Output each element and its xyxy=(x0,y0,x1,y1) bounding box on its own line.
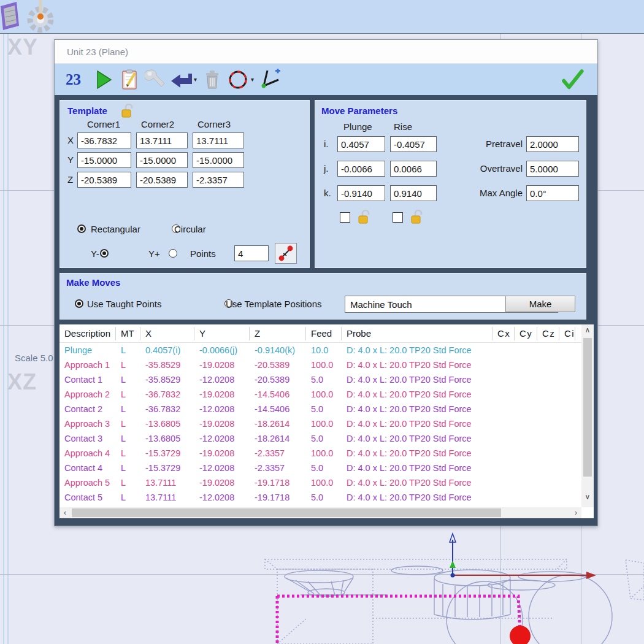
column-header-cx[interactable]: Cx xyxy=(493,327,515,340)
table-cell: Approach 1 xyxy=(59,360,116,370)
table-row-contact-3[interactable]: Contact 3L-13.6805-12.0208-18.26145.0D: … xyxy=(59,431,594,446)
vertical-scrollbar[interactable]: ∧ ∨ xyxy=(581,324,594,507)
rectangular-radio[interactable] xyxy=(77,224,86,233)
corner1-x-field[interactable] xyxy=(77,132,131,148)
dialog-toolbar: 23 ▾ xyxy=(55,64,597,95)
horizontal-scroll-thumb[interactable] xyxy=(72,508,501,517)
table-cell: D: 4.0 x L: 20.0 TP20 Std Force xyxy=(342,448,493,458)
corner1-y-field[interactable] xyxy=(77,152,131,168)
circle-feature-dropdown-caret[interactable]: ▾ xyxy=(251,76,254,83)
y-minus-radio[interactable] xyxy=(100,249,109,258)
table-row-plunge[interactable]: PlungeL0.4057(i)-0.0066(j)-0.9140(k)10.0… xyxy=(59,343,594,358)
table-cell: 13.7111 xyxy=(140,478,194,488)
delete-icon[interactable] xyxy=(201,68,224,91)
k-rise-field[interactable] xyxy=(390,185,437,201)
table-cell: -35.8529 xyxy=(140,360,194,370)
corner2-z-field[interactable] xyxy=(136,172,188,188)
table-cell: Approach 5 xyxy=(59,478,116,488)
j-plunge-field[interactable] xyxy=(337,161,385,177)
i-plunge-field[interactable] xyxy=(337,136,385,152)
vertical-scroll-thumb[interactable] xyxy=(583,338,592,477)
corner1-z-field[interactable] xyxy=(77,172,131,188)
table-cell: -0.9140(k) xyxy=(250,345,306,355)
k-label: k. xyxy=(324,188,331,198)
wrench-icon[interactable] xyxy=(144,68,167,91)
table-cell: D: 4.0 x L: 20.0 TP20 Std Force xyxy=(342,478,493,488)
corner2-y-field[interactable] xyxy=(136,152,188,168)
j-rise-field[interactable] xyxy=(390,161,437,177)
point-pattern-button[interactable] xyxy=(275,243,297,264)
corner3-x-field[interactable] xyxy=(193,132,244,148)
y-minus-radio-label[interactable]: Y- xyxy=(91,248,99,259)
table-header: DescriptionMTXYZFeedProbeCxCyCzCi xyxy=(59,324,594,343)
overtravel-field[interactable] xyxy=(526,161,579,177)
scroll-down-button[interactable]: ∨ xyxy=(581,491,594,502)
make-button[interactable]: Make xyxy=(505,296,575,312)
notes-icon[interactable] xyxy=(118,68,141,91)
table-row-approach-1[interactable]: Approach 1L-35.8529-19.0208-20.5389100.0… xyxy=(59,358,594,372)
column-header-probe[interactable]: Probe xyxy=(342,327,493,340)
template-lock-icon[interactable] xyxy=(120,104,134,118)
plunge-lock-icon[interactable] xyxy=(357,210,370,224)
table-row-approach-5[interactable]: Approach 5L13.7111-19.0208-19.1718100.0D… xyxy=(59,475,594,490)
i-rise-field[interactable] xyxy=(390,136,437,152)
use-taught-points-radio[interactable] xyxy=(75,299,83,308)
rectangular-radio-label[interactable]: Rectangular xyxy=(91,224,140,234)
use-template-positions-label[interactable]: Use Template Positions xyxy=(226,299,321,309)
corner3-y-field[interactable] xyxy=(193,152,244,168)
circular-radio-label[interactable]: Circular xyxy=(174,224,206,234)
table-row-contact-2[interactable]: Contact 2L-36.7832-12.0208-14.54065.0D: … xyxy=(59,402,594,416)
circle-feature-icon[interactable] xyxy=(226,68,250,91)
dialog-titlebar[interactable]: Unit 23 (Plane) xyxy=(55,40,597,64)
points-field[interactable] xyxy=(234,245,269,261)
corner2-x-field[interactable] xyxy=(136,132,188,148)
plunge-lock-checkbox[interactable] xyxy=(340,212,350,223)
pretravel-field[interactable] xyxy=(526,136,579,152)
scroll-up-button[interactable]: ∧ xyxy=(581,324,594,335)
column-header-mt[interactable]: MT xyxy=(116,327,140,340)
table-row-contact-5[interactable]: Contact 5L13.7111-12.0208-19.17185.0D: 4… xyxy=(59,490,594,505)
table-cell: Plunge xyxy=(59,345,116,355)
scroll-left-button[interactable]: ‹ xyxy=(59,507,71,518)
y-plus-radio[interactable] xyxy=(169,249,177,258)
y-plus-radio-label[interactable]: Y+ xyxy=(148,248,160,259)
rise-lock-icon[interactable] xyxy=(410,210,423,224)
corner3-z-field[interactable] xyxy=(193,172,244,188)
confirm-check-icon[interactable] xyxy=(561,68,584,91)
table-row-contact-4[interactable]: Contact 4L-15.3729-12.0208-2.33575.0D: 4… xyxy=(59,461,594,475)
use-taught-points-label[interactable]: Use Taught Points xyxy=(87,299,161,309)
table-row-approach-2[interactable]: Approach 2L-36.7832-19.0208-14.5406100.0… xyxy=(59,387,594,402)
table-row-contact-1[interactable]: Contact 1L-35.8529-12.0208-20.53895.0D: … xyxy=(59,372,594,387)
scale-label: Scale 5.0 xyxy=(15,353,53,363)
rise-lock-checkbox[interactable] xyxy=(393,212,403,223)
machine-part-icon[interactable] xyxy=(0,1,20,31)
column-header-ci[interactable]: Ci xyxy=(559,327,575,340)
run-icon[interactable] xyxy=(92,68,115,91)
probe-tip-ball xyxy=(510,626,531,644)
corner2-header: Corner2 xyxy=(141,119,174,129)
grid-line-vertical xyxy=(7,34,9,644)
scroll-right-button[interactable]: › xyxy=(570,507,581,518)
table-row-approach-3[interactable]: Approach 3L-13.6805-19.0208-18.2614100.0… xyxy=(59,416,594,431)
max-angle-field[interactable] xyxy=(526,185,579,201)
k-plunge-field[interactable] xyxy=(337,185,385,201)
column-header-feed[interactable]: Feed xyxy=(306,327,342,340)
return-move-dropdown-caret[interactable]: ▾ xyxy=(194,76,197,83)
return-move-icon[interactable] xyxy=(169,68,193,91)
table-cell: -18.2614 xyxy=(250,434,306,443)
column-header-y[interactable]: Y xyxy=(194,327,250,340)
table-cell: L xyxy=(116,448,140,458)
table-cell: -19.1718 xyxy=(250,478,306,488)
return-move-glyph xyxy=(169,71,193,89)
column-header-z[interactable]: Z xyxy=(250,327,306,340)
column-header-description[interactable]: Description xyxy=(59,327,116,340)
column-header-x[interactable]: X xyxy=(140,327,194,340)
column-header-cz[interactable]: Cz xyxy=(537,327,559,340)
table-row-approach-4[interactable]: Approach 4L-15.3729-19.0208-2.3357100.0D… xyxy=(59,446,594,461)
probe-gear-icon[interactable] xyxy=(22,0,58,34)
horizontal-scrollbar[interactable]: ‹ › xyxy=(59,507,581,518)
column-header-cy[interactable]: Cy xyxy=(515,327,537,340)
notes-glyph xyxy=(118,69,140,91)
table-cell: 13.7111 xyxy=(140,493,194,502)
vector-icon[interactable] xyxy=(258,68,281,91)
